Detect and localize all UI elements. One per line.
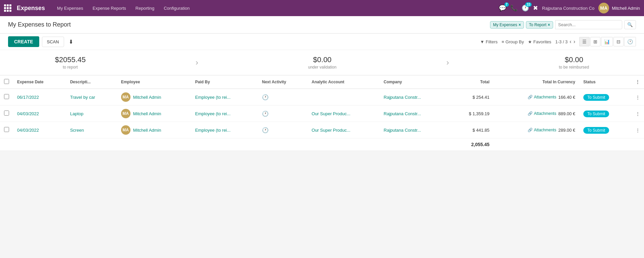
table-total-row: 2,055.45: [0, 138, 644, 151]
view-icons: ☰ ⊞ 📊 ⊟ 🕐: [579, 37, 636, 46]
scan-button[interactable]: SCAN: [42, 37, 64, 47]
col-status[interactable]: Status: [579, 76, 632, 89]
row-checkbox-cell: [0, 105, 13, 122]
app-brand[interactable]: Expenses: [17, 5, 45, 12]
table-row: 04/03/2022 Screen MA Mitchell Admin Empl…: [0, 122, 644, 138]
menu-expense-reports[interactable]: Expense Reports: [89, 4, 130, 13]
clock-activity-icon-btn[interactable]: 🕐33: [522, 4, 529, 12]
col-company[interactable]: Company: [380, 76, 449, 89]
status-badge[interactable]: To Submit: [583, 127, 609, 134]
row-menu[interactable]: ⋮: [632, 105, 644, 122]
employee-name[interactable]: Mitchell Admin: [133, 128, 161, 133]
col-paid-by[interactable]: Paid By: [191, 76, 258, 89]
search-input[interactable]: [555, 20, 622, 29]
row-checkbox[interactable]: [4, 127, 9, 132]
row-total: $ 254.41: [449, 89, 493, 105]
stat-arrow-1: ›: [196, 58, 198, 67]
col-options[interactable]: ⋮: [632, 76, 644, 89]
activity-clock-icon[interactable]: 🕐: [262, 111, 269, 117]
filter-icon: ▼: [480, 39, 484, 44]
stat-to-report-label: to report: [55, 65, 86, 70]
row-paid-by: Employee (to rei...: [191, 89, 258, 105]
row-checkbox-cell: [0, 122, 13, 138]
phone-icon-btn[interactable]: 📞: [510, 4, 518, 12]
stat-to-be-reimbursed-amount: $0.00: [559, 55, 589, 64]
stat-under-validation-label: under validation: [308, 65, 336, 70]
menu-configuration[interactable]: Configuration: [160, 4, 194, 13]
status-badge[interactable]: To Submit: [583, 111, 609, 117]
app-grid-icon[interactable]: [4, 4, 11, 12]
expenses-table-container: Expense Date Descripti... Employee Paid …: [0, 76, 644, 151]
col-analytic-account[interactable]: Analytic Account: [308, 76, 380, 89]
row-analytic-account: [308, 89, 380, 105]
row-employee: MA Mitchell Admin: [117, 122, 191, 138]
star-icon: ★: [528, 39, 532, 44]
row-paid-by: Employee (to rei...: [191, 105, 258, 122]
stats-bar: $2055.45 to report › $0.00 under validat…: [0, 50, 644, 76]
col-next-activity[interactable]: Next Activity: [258, 76, 308, 89]
groupby-button[interactable]: ≡ Group By: [502, 39, 524, 44]
row-employee: MA Mitchell Admin: [117, 105, 191, 122]
create-button[interactable]: CREATE: [8, 36, 39, 47]
main-menu: My Expenses Expense Reports Reporting Co…: [53, 4, 496, 13]
col-description[interactable]: Descripti...: [66, 76, 117, 89]
col-total-currency[interactable]: Total In Currency: [493, 76, 579, 89]
status-badge[interactable]: To Submit: [583, 94, 609, 101]
graph-view-button[interactable]: 📊: [601, 37, 613, 46]
row-next-activity: 🕐: [258, 105, 308, 122]
row-employee: MA Mitchell Admin: [117, 89, 191, 105]
row-total-currency: 🔗 Attachments 166.40 €: [493, 89, 579, 105]
table-row: 06/17/2022 Travel by car MA Mitchell Adm…: [0, 89, 644, 105]
filter-tag-my-expenses-remove[interactable]: ×: [519, 23, 521, 27]
table-header-row: Expense Date Descripti... Employee Paid …: [0, 76, 644, 89]
row-total: $ 1,359.19: [449, 105, 493, 122]
col-expense-date[interactable]: Expense Date: [13, 76, 66, 89]
filter-tag-my-expenses[interactable]: My Expenses ×: [490, 21, 524, 29]
list-view-button[interactable]: ☰: [579, 37, 590, 46]
chat-badge: 7: [504, 2, 509, 7]
page-header: My Expenses to Report My Expenses × To R…: [0, 16, 644, 34]
filter-tag-to-report-remove[interactable]: ×: [548, 23, 550, 27]
employee-name[interactable]: Mitchell Admin: [133, 111, 161, 116]
chat-icon-btn[interactable]: 💬7: [499, 4, 506, 12]
prev-page-button[interactable]: ‹: [570, 39, 571, 45]
company-name: Rajputana Construction Co: [542, 6, 594, 11]
activity-clock-icon[interactable]: 🕐: [262, 127, 269, 133]
next-page-button[interactable]: ›: [574, 39, 575, 45]
row-checkbox[interactable]: [4, 111, 9, 116]
toolbar-left: CREATE SCAN ⬇: [8, 36, 75, 47]
menu-reporting[interactable]: Reporting: [131, 4, 158, 13]
row-date: 06/17/2022: [13, 89, 66, 105]
attachment-link[interactable]: 🔗 Attachments: [528, 111, 556, 116]
stat-arrow-2: ›: [446, 58, 449, 67]
paperclip-icon: 🔗: [528, 95, 533, 99]
search-button[interactable]: 🔍: [624, 20, 636, 29]
filter-tag-to-report[interactable]: To Report ×: [526, 21, 553, 29]
attachment-link[interactable]: 🔗 Attachments: [528, 95, 556, 99]
user-avatar: MA: [598, 3, 609, 13]
row-checkbox[interactable]: [4, 94, 9, 99]
user-menu[interactable]: MA Mitchell Admin: [598, 3, 640, 13]
menu-my-expenses[interactable]: My Expenses: [53, 4, 87, 13]
expenses-table: Expense Date Descripti... Employee Paid …: [0, 76, 644, 151]
filters-button[interactable]: ▼ Filters: [480, 39, 497, 44]
col-employee[interactable]: Employee: [117, 76, 191, 89]
favorites-button[interactable]: ★ Favorites: [528, 39, 551, 44]
settings-icon-btn[interactable]: ✖: [533, 4, 538, 12]
activity-view-button[interactable]: 🕐: [624, 37, 636, 46]
attachment-link[interactable]: 🔗 Attachments: [528, 128, 556, 132]
row-menu[interactable]: ⋮: [632, 89, 644, 105]
toolbar: CREATE SCAN ⬇ ▼ Filters ≡ Group By ★ Fav…: [0, 34, 644, 50]
pivot-view-button[interactable]: ⊟: [613, 37, 624, 46]
col-total[interactable]: Total: [449, 76, 493, 89]
row-total-currency: 🔗 Attachments 289.00 €: [493, 122, 579, 138]
employee-name[interactable]: Mitchell Admin: [133, 95, 161, 100]
row-menu[interactable]: ⋮: [632, 122, 644, 138]
activity-clock-icon[interactable]: 🕐: [262, 94, 269, 100]
row-date: 04/03/2022: [13, 122, 66, 138]
select-all-checkbox[interactable]: [4, 79, 9, 84]
download-button[interactable]: ⬇: [67, 37, 75, 47]
pagination: 1-3 / 3 ‹ ›: [555, 39, 575, 45]
kanban-view-button[interactable]: ⊞: [590, 37, 600, 46]
row-description: Travel by car: [66, 89, 117, 105]
